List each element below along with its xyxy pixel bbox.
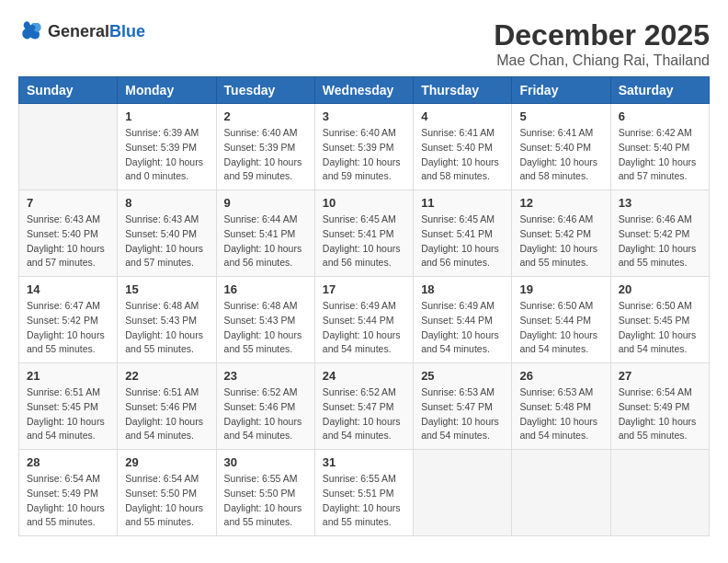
day-number: 8 bbox=[125, 196, 208, 210]
calendar-cell: 26 Sunrise: 6:53 AM Sunset: 5:48 PM Dayl… bbox=[512, 363, 610, 450]
daylight-text: Daylight: 10 hours and 55 minutes. bbox=[323, 502, 401, 528]
sunset-text: Sunset: 5:49 PM bbox=[27, 488, 98, 499]
sunrise-text: Sunrise: 6:49 AM bbox=[323, 300, 396, 311]
day-info: Sunrise: 6:48 AM Sunset: 5:43 PM Dayligh… bbox=[125, 299, 208, 357]
sunrise-text: Sunrise: 6:43 AM bbox=[27, 213, 100, 224]
calendar-cell: 2 Sunrise: 6:40 AM Sunset: 5:39 PM Dayli… bbox=[216, 104, 314, 190]
logo-icon bbox=[18, 18, 44, 44]
day-number: 7 bbox=[27, 196, 109, 210]
calendar-cell: 6 Sunrise: 6:42 AM Sunset: 5:40 PM Dayli… bbox=[610, 104, 709, 190]
day-number: 2 bbox=[224, 109, 307, 123]
calendar-cell: 20 Sunrise: 6:50 AM Sunset: 5:45 PM Dayl… bbox=[610, 277, 709, 363]
daylight-text: Daylight: 10 hours and 54 minutes. bbox=[519, 329, 597, 355]
day-number: 28 bbox=[27, 455, 109, 469]
day-info: Sunrise: 6:54 AM Sunset: 5:49 PM Dayligh… bbox=[619, 385, 701, 443]
daylight-text: Daylight: 10 hours and 58 minutes. bbox=[421, 156, 499, 182]
logo-text: GeneralBlue bbox=[48, 23, 145, 40]
calendar-cell: 4 Sunrise: 6:41 AM Sunset: 5:40 PM Dayli… bbox=[414, 104, 512, 190]
calendar-week-row: 21 Sunrise: 6:51 AM Sunset: 5:45 PM Dayl… bbox=[19, 363, 710, 450]
calendar-cell bbox=[512, 450, 610, 536]
daylight-text: Daylight: 10 hours and 55 minutes. bbox=[27, 502, 105, 528]
calendar-cell: 1 Sunrise: 6:39 AM Sunset: 5:39 PM Dayli… bbox=[118, 104, 216, 190]
logo-general: General bbox=[48, 22, 109, 40]
sunrise-text: Sunrise: 6:46 AM bbox=[619, 213, 692, 224]
calendar-cell: 7 Sunrise: 6:43 AM Sunset: 5:40 PM Dayli… bbox=[19, 190, 118, 277]
sunrise-text: Sunrise: 6:55 AM bbox=[224, 473, 298, 484]
daylight-text: Daylight: 10 hours and 57 minutes. bbox=[27, 243, 105, 269]
day-number: 27 bbox=[619, 369, 701, 383]
sunrise-text: Sunrise: 6:55 AM bbox=[323, 473, 396, 484]
daylight-text: Daylight: 10 hours and 54 minutes. bbox=[125, 416, 203, 442]
sunrise-text: Sunrise: 6:49 AM bbox=[421, 300, 495, 311]
sunrise-text: Sunrise: 6:44 AM bbox=[224, 213, 298, 224]
calendar-cell: 16 Sunrise: 6:48 AM Sunset: 5:43 PM Dayl… bbox=[216, 277, 314, 363]
day-number: 10 bbox=[323, 196, 405, 210]
logo: GeneralBlue bbox=[18, 18, 145, 44]
day-number: 4 bbox=[421, 109, 504, 123]
daylight-text: Daylight: 10 hours and 55 minutes. bbox=[619, 416, 697, 442]
sunset-text: Sunset: 5:45 PM bbox=[619, 315, 690, 326]
sunrise-text: Sunrise: 6:45 AM bbox=[323, 213, 396, 224]
day-info: Sunrise: 6:44 AM Sunset: 5:41 PM Dayligh… bbox=[224, 213, 307, 270]
calendar-cell bbox=[414, 450, 512, 536]
sunset-text: Sunset: 5:39 PM bbox=[224, 142, 296, 153]
daylight-text: Daylight: 10 hours and 54 minutes. bbox=[323, 329, 401, 355]
day-info: Sunrise: 6:41 AM Sunset: 5:40 PM Dayligh… bbox=[421, 126, 504, 184]
calendar-cell: 23 Sunrise: 6:52 AM Sunset: 5:46 PM Dayl… bbox=[216, 363, 314, 450]
day-info: Sunrise: 6:55 AM Sunset: 5:51 PM Dayligh… bbox=[323, 472, 405, 530]
daylight-text: Daylight: 10 hours and 55 minutes. bbox=[619, 243, 697, 269]
day-number: 19 bbox=[519, 282, 602, 296]
sunset-text: Sunset: 5:40 PM bbox=[619, 142, 690, 153]
day-number: 6 bbox=[619, 109, 701, 123]
daylight-text: Daylight: 10 hours and 58 minutes. bbox=[519, 156, 597, 182]
daylight-text: Daylight: 10 hours and 57 minutes. bbox=[125, 243, 203, 269]
day-number: 1 bbox=[125, 109, 208, 123]
calendar-cell: 11 Sunrise: 6:45 AM Sunset: 5:41 PM Dayl… bbox=[414, 190, 512, 277]
sunrise-text: Sunrise: 6:39 AM bbox=[125, 127, 199, 138]
daylight-text: Daylight: 10 hours and 54 minutes. bbox=[224, 416, 302, 442]
day-info: Sunrise: 6:40 AM Sunset: 5:39 PM Dayligh… bbox=[224, 126, 307, 184]
logo-blue: Blue bbox=[109, 22, 145, 40]
sunset-text: Sunset: 5:44 PM bbox=[323, 315, 394, 326]
daylight-text: Daylight: 10 hours and 56 minutes. bbox=[421, 243, 499, 269]
daylight-text: Daylight: 10 hours and 54 minutes. bbox=[519, 416, 597, 442]
calendar-cell: 15 Sunrise: 6:48 AM Sunset: 5:43 PM Dayl… bbox=[118, 277, 216, 363]
sunset-text: Sunset: 5:49 PM bbox=[619, 401, 690, 412]
weekday-header: Wednesday bbox=[314, 77, 413, 104]
calendar-header-row: SundayMondayTuesdayWednesdayThursdayFrid… bbox=[19, 77, 710, 104]
sunrise-text: Sunrise: 6:40 AM bbox=[323, 127, 396, 138]
calendar-cell: 5 Sunrise: 6:41 AM Sunset: 5:40 PM Dayli… bbox=[512, 104, 610, 190]
sunrise-text: Sunrise: 6:53 AM bbox=[519, 386, 593, 397]
day-info: Sunrise: 6:46 AM Sunset: 5:42 PM Dayligh… bbox=[519, 213, 602, 270]
sunset-text: Sunset: 5:46 PM bbox=[224, 401, 296, 412]
calendar-cell bbox=[610, 450, 709, 536]
weekday-header: Friday bbox=[512, 77, 610, 104]
logo-container: GeneralBlue bbox=[18, 18, 145, 44]
day-info: Sunrise: 6:40 AM Sunset: 5:39 PM Dayligh… bbox=[323, 126, 405, 184]
calendar-week-row: 14 Sunrise: 6:47 AM Sunset: 5:42 PM Dayl… bbox=[19, 277, 710, 363]
sunrise-text: Sunrise: 6:45 AM bbox=[421, 213, 495, 224]
daylight-text: Daylight: 10 hours and 54 minutes. bbox=[421, 329, 499, 355]
calendar-cell: 13 Sunrise: 6:46 AM Sunset: 5:42 PM Dayl… bbox=[610, 190, 709, 277]
calendar-cell: 22 Sunrise: 6:51 AM Sunset: 5:46 PM Dayl… bbox=[118, 363, 216, 450]
day-info: Sunrise: 6:51 AM Sunset: 5:45 PM Dayligh… bbox=[27, 385, 109, 443]
sunset-text: Sunset: 5:50 PM bbox=[125, 488, 197, 499]
daylight-text: Daylight: 10 hours and 56 minutes. bbox=[224, 243, 302, 269]
day-number: 16 bbox=[224, 282, 307, 296]
day-number: 31 bbox=[323, 455, 405, 469]
calendar-cell: 17 Sunrise: 6:49 AM Sunset: 5:44 PM Dayl… bbox=[314, 277, 413, 363]
sunrise-text: Sunrise: 6:42 AM bbox=[619, 127, 692, 138]
day-info: Sunrise: 6:54 AM Sunset: 5:49 PM Dayligh… bbox=[27, 472, 109, 530]
day-number: 5 bbox=[519, 109, 602, 123]
day-info: Sunrise: 6:52 AM Sunset: 5:47 PM Dayligh… bbox=[323, 385, 405, 443]
title-section: December 2025 Mae Chan, Chiang Rai, Thai… bbox=[494, 18, 710, 69]
calendar-cell: 19 Sunrise: 6:50 AM Sunset: 5:44 PM Dayl… bbox=[512, 277, 610, 363]
day-number: 23 bbox=[224, 369, 307, 383]
day-number: 29 bbox=[125, 455, 208, 469]
day-info: Sunrise: 6:50 AM Sunset: 5:45 PM Dayligh… bbox=[619, 299, 701, 357]
day-info: Sunrise: 6:53 AM Sunset: 5:47 PM Dayligh… bbox=[421, 385, 504, 443]
sunrise-text: Sunrise: 6:50 AM bbox=[519, 300, 593, 311]
day-number: 26 bbox=[519, 369, 602, 383]
sunset-text: Sunset: 5:40 PM bbox=[27, 228, 98, 239]
sunset-text: Sunset: 5:41 PM bbox=[421, 228, 493, 239]
